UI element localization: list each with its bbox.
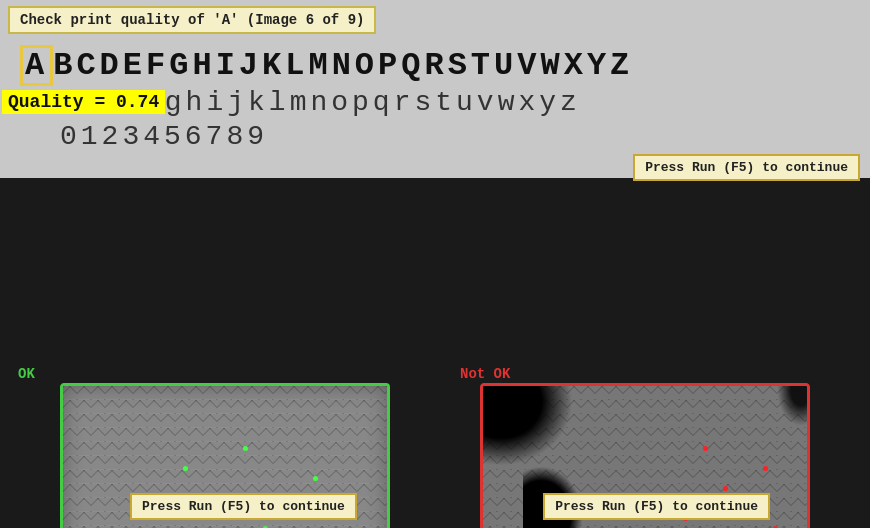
main-area: OK Not OK: [0, 178, 870, 528]
press-run-right-button[interactable]: Press Run (F5) to continue: [543, 493, 770, 520]
ok-label: OK: [18, 366, 35, 382]
quality-badge: Quality = 0.74: [2, 90, 165, 114]
damage-edge-tl: [483, 386, 573, 466]
notok-defect-dot: [723, 486, 728, 491]
notok-defect-dot: [763, 466, 768, 471]
press-run-left-button[interactable]: Press Run (F5) to continue: [130, 493, 357, 520]
ok-defect-dot: [243, 446, 248, 451]
title-text: Check print quality of 'A' (Image 6 of 9…: [20, 12, 364, 28]
notok-defect-dot: [703, 446, 708, 451]
damage-edge-tr: [777, 386, 807, 426]
ok-defect-dot: [183, 466, 188, 471]
ok-defect-dot: [313, 476, 318, 481]
highlighted-letter: A: [20, 45, 53, 86]
digits-row: 0123456789: [20, 120, 850, 154]
title-bar: Check print quality of 'A' (Image 6 of 9…: [8, 6, 376, 34]
notok-label: Not OK: [460, 366, 510, 382]
alphabet-upper-row: ABCDEFGHIJKLMNOPQRSTUVWXYZ: [20, 45, 850, 86]
press-run-top-button[interactable]: Press Run (F5) to continue: [633, 154, 860, 181]
alphabet-rest: BCDEFGHIJKLMNOPQRSTUVWXYZ: [53, 47, 633, 84]
